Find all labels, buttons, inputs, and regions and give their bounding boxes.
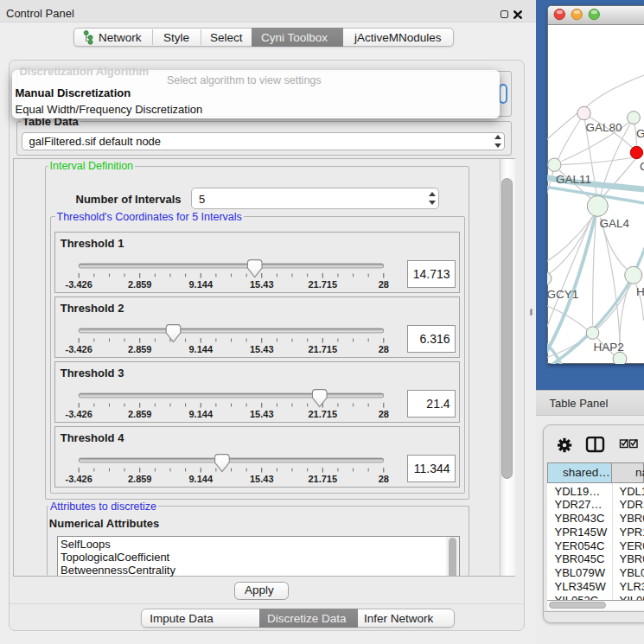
svg-text:2.859: 2.859 [128,278,152,289]
svg-text:-3.426: -3.426 [65,278,92,289]
svg-text:2.859: 2.859 [128,473,152,483]
svg-text:-3.426: -3.426 [65,343,92,354]
svg-text:15.43: 15.43 [250,408,274,418]
svg-text:9.144: 9.144 [188,408,213,418]
svg-text:GAL80: GAL80 [585,121,622,134]
svg-text:GAL11: GAL11 [556,173,591,186]
svg-text:2.859: 2.859 [128,408,152,418]
svg-text:21.715: 21.715 [308,408,337,418]
svg-text:9.144: 9.144 [188,278,213,289]
svg-text:HAP2: HAP2 [593,340,623,353]
svg-text:C: C [640,160,644,173]
svg-text:21.715: 21.715 [308,343,337,354]
svg-text:28: 28 [378,343,388,354]
svg-text:9.144: 9.144 [188,343,213,354]
svg-text:GAL4: GAL4 [599,217,629,230]
svg-text:21.715: 21.715 [308,473,337,483]
svg-text:-3.426: -3.426 [65,473,92,483]
svg-text:9.144: 9.144 [188,473,213,483]
svg-text:2.859: 2.859 [128,343,152,354]
svg-text:28: 28 [378,408,388,418]
svg-text:15.43: 15.43 [250,473,274,483]
svg-text:H: H [636,285,644,298]
svg-text:21.715: 21.715 [308,278,337,289]
svg-text:GCY1: GCY1 [547,287,578,300]
svg-text:15.43: 15.43 [250,343,274,354]
svg-text:28: 28 [378,278,388,289]
svg-text:15.43: 15.43 [250,278,274,289]
svg-text:28: 28 [378,473,388,483]
svg-text:GA: GA [636,126,644,139]
svg-text:-3.426: -3.426 [65,408,92,418]
